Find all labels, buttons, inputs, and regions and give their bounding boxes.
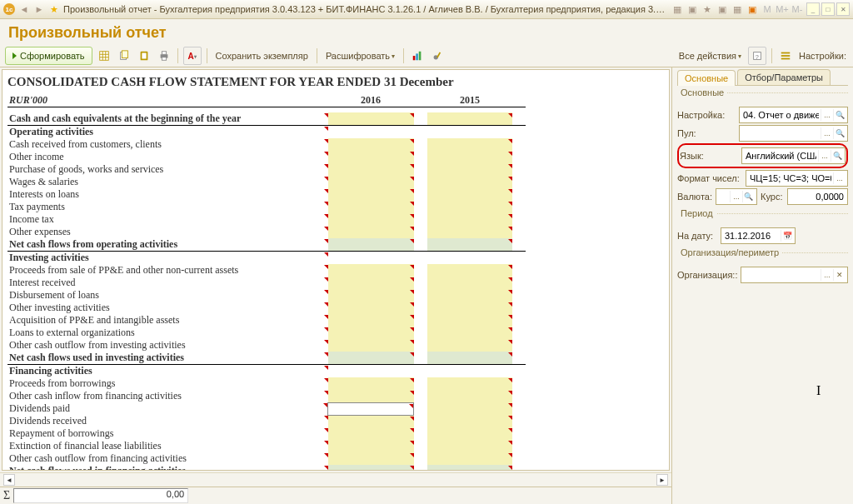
report-value-cell — [328, 365, 414, 378]
report-row-label: Proceeds from borrowings — [7, 377, 328, 390]
horizontal-scroll[interactable]: ◄ ► — [0, 472, 671, 487]
report-row-label: Interest received — [7, 277, 328, 289]
title-calc-mminus[interactable]: M- — [791, 3, 803, 15]
report-value-cell — [328, 352, 414, 365]
ellipsis-button[interactable]: ... — [730, 191, 742, 202]
scroll-left-button[interactable]: ◄ — [3, 474, 15, 486]
report-area[interactable]: CONSOLIDATED CASH FLOW STATEMENT FOR YEA… — [2, 69, 670, 471]
report-value-cell — [328, 252, 414, 265]
title-toolbar-icon[interactable]: ▦ — [671, 3, 683, 15]
svg-rect-7 — [162, 57, 166, 61]
org-input[interactable] — [743, 269, 821, 281]
report-value-cell — [328, 264, 414, 277]
ellipsis-button[interactable]: ... — [821, 269, 833, 281]
sigma-icon[interactable]: Σ — [3, 489, 10, 502]
report-value-cell — [328, 377, 414, 390]
report-table: RUR'00020162015Cash and cash equivalents… — [7, 94, 526, 471]
report-value-cell — [427, 138, 512, 151]
ellipsis-button[interactable]: ... — [833, 172, 846, 184]
report-row-label: Wages & salaries — [7, 176, 328, 188]
pul-input[interactable] — [741, 127, 821, 139]
title-calc-mplus[interactable]: M+ — [776, 3, 788, 15]
report-row-label: Other cash inflow from financing activit… — [7, 390, 328, 402]
magnify-button[interactable]: 🔍 — [742, 191, 755, 202]
text-cursor-icon: I — [816, 383, 821, 398]
generate-button[interactable]: Сформировать — [5, 47, 92, 65]
report-value-cell — [427, 112, 512, 126]
yazyk-input[interactable] — [744, 150, 818, 162]
report-value-cell — [427, 176, 512, 188]
toolbar-icon-copy[interactable] — [116, 47, 132, 64]
magnify-button[interactable]: 🔍 — [831, 150, 843, 162]
report-row-label: Disbursement of loans — [7, 289, 328, 302]
format-input[interactable] — [748, 172, 833, 184]
scroll-right-button[interactable]: ► — [656, 474, 668, 486]
magnify-button[interactable]: 🔍 — [833, 127, 846, 139]
report-value-cell — [427, 238, 512, 252]
nastroika-field[interactable]: ...🔍 — [739, 107, 848, 123]
all-actions-link[interactable]: Все действия▾ — [676, 51, 745, 61]
valuta-input[interactable] — [718, 191, 730, 202]
forward-button[interactable]: ► — [33, 3, 45, 15]
clear-button[interactable]: ✕ — [833, 269, 846, 281]
magnify-button[interactable]: 🔍 — [833, 109, 846, 121]
report-row-label: Dividends paid — [7, 402, 328, 415]
report-value-cell — [328, 176, 414, 188]
report-value-cell — [427, 289, 512, 302]
report-value-cell — [427, 352, 512, 365]
report-value-cell — [427, 465, 512, 471]
svg-rect-8 — [413, 56, 416, 60]
calendar-button[interactable]: 📅 — [781, 230, 793, 242]
svg-rect-0 — [99, 52, 108, 61]
title-toolbar-icon[interactable]: ▣ — [716, 3, 728, 15]
title-toolbar-icon[interactable]: ★ — [701, 3, 713, 15]
toolbar-icon-config[interactable] — [429, 47, 446, 64]
valuta-field[interactable]: ...🔍 — [716, 188, 757, 205]
window-title: Произвольный отчет - Бухгалтерия предпри… — [63, 4, 668, 14]
kurs-input[interactable] — [790, 191, 846, 202]
toolbar-icon-paste[interactable] — [136, 47, 152, 64]
report-value-cell — [328, 314, 414, 327]
ellipsis-button[interactable]: ... — [821, 109, 833, 121]
toolbar-icon-font[interactable]: A▾ — [183, 47, 202, 65]
report-row-label: Other investing activities — [7, 302, 328, 314]
report-row-label: Operating activities — [7, 126, 328, 139]
back-button[interactable]: ◄ — [18, 3, 30, 15]
nadatu-field[interactable]: 📅 — [721, 227, 796, 244]
report-value-cell — [328, 465, 414, 471]
yazyk-label: Язык: — [680, 151, 738, 161]
report-value-cell — [427, 377, 512, 390]
svg-rect-10 — [419, 52, 422, 61]
save-copy-link[interactable]: Сохранить экземпляр — [212, 51, 312, 61]
format-field[interactable]: ... — [746, 170, 848, 187]
report-value-cell — [427, 339, 512, 352]
report-value-cell — [328, 213, 414, 226]
title-calc-m[interactable]: M — [761, 3, 773, 15]
ellipsis-button[interactable]: ... — [818, 150, 831, 162]
yazyk-field[interactable]: ...🔍 — [741, 147, 846, 164]
toolbar-icon-print[interactable] — [156, 47, 172, 64]
title-toolbar-icon[interactable]: ▣ — [686, 3, 698, 15]
pul-field[interactable]: ...🔍 — [739, 125, 848, 142]
kurs-field[interactable] — [787, 188, 848, 205]
toolbar-icon-help[interactable]: ? — [748, 47, 766, 65]
title-toolbar-icon[interactable]: ▦ — [731, 3, 743, 15]
maximize-button[interactable]: □ — [821, 2, 835, 16]
close-button[interactable]: ✕ — [836, 2, 850, 16]
formula-input[interactable]: 0,00 — [13, 488, 188, 503]
toolbar-icon-settings[interactable] — [777, 47, 794, 64]
decode-link[interactable]: Расшифровать▾ — [322, 51, 398, 61]
favorite-icon[interactable]: ★ — [48, 3, 60, 15]
toolbar: Сформировать A▾ Сохранить экземпляр Расш… — [0, 45, 853, 67]
ellipsis-button[interactable]: ... — [821, 127, 833, 139]
toolbar-icon-grid[interactable] — [96, 47, 112, 64]
toolbar-icon-chart[interactable] — [409, 47, 426, 64]
org-field[interactable]: ...✕ — [741, 267, 848, 283]
nastroika-input[interactable] — [741, 109, 821, 121]
title-toolbar-icon[interactable]: ▣ — [746, 3, 758, 15]
tab-main[interactable]: Основные — [677, 70, 736, 86]
tab-filter[interactable]: Отбор/Параметры — [737, 69, 831, 85]
group-period-title: Период — [677, 208, 716, 218]
nadatu-input[interactable] — [723, 230, 781, 242]
minimize-button[interactable]: _ — [806, 2, 820, 16]
